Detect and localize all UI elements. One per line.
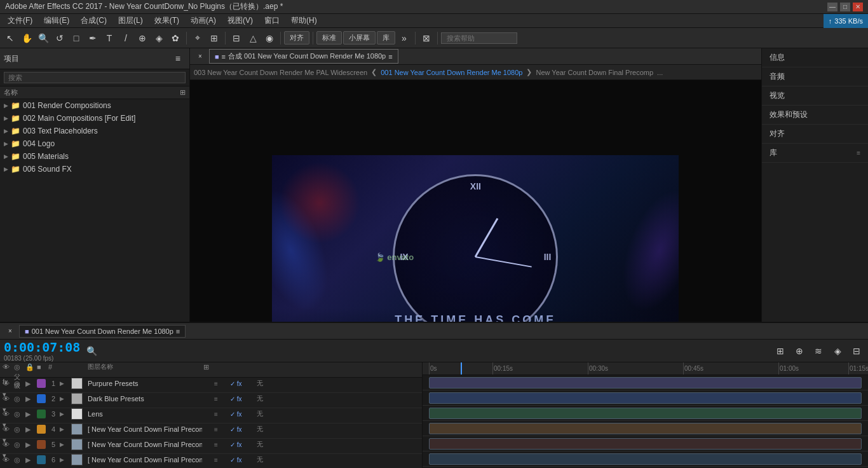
menu-animation[interactable]: 动画(A) bbox=[186, 14, 221, 27]
comp-tab-active[interactable]: ■ ≡ 合成 001 New Year Count Down Render Me… bbox=[209, 49, 398, 64]
layer-6-solo[interactable]: ◎ bbox=[14, 456, 24, 464]
layer-4-eye[interactable]: 👁 bbox=[3, 425, 13, 433]
tool-extra2[interactable]: ⊞ bbox=[207, 31, 222, 46]
project-menu-button[interactable]: ≡ bbox=[170, 51, 186, 66]
layer-row-6[interactable]: 👁 ◎ ▶ 6 ▶ [ New Year Count Down Final Pr… bbox=[0, 454, 422, 468]
tool-puppet[interactable]: ✿ bbox=[168, 31, 183, 46]
layer-4-expand-arrow[interactable]: ▶ bbox=[60, 426, 70, 432]
layer-3-eye[interactable]: 👁 bbox=[3, 410, 13, 418]
tool-select[interactable]: ↖ bbox=[3, 31, 18, 46]
panel-audio[interactable]: 音频 bbox=[762, 67, 868, 86]
folder-001[interactable]: ▶ 📁 001 Render Compositions bbox=[0, 99, 189, 112]
nav-left-arrow[interactable]: ❮ bbox=[371, 68, 377, 76]
search-input[interactable] bbox=[441, 32, 517, 44]
layer-row-2[interactable]: 👁 ◎ ▶ 2 ▶ Dark Blue Presets ≡ ✓ fx 无 ▾ bbox=[0, 393, 422, 408]
tool-rotate[interactable]: ↺ bbox=[52, 31, 67, 46]
layer-4-fx[interactable]: ✓ fx bbox=[230, 426, 255, 433]
layer-1-fx[interactable]: ✓ fx bbox=[230, 380, 255, 387]
menu-file[interactable]: 文件(F) bbox=[3, 14, 37, 27]
tl-tool-3[interactable]: ≋ bbox=[811, 343, 826, 359]
layer-1-expand[interactable]: ▶ bbox=[25, 380, 36, 388]
tl-tool-4[interactable]: ◈ bbox=[830, 343, 845, 359]
layer-3-switch[interactable]: ≡ bbox=[203, 411, 229, 418]
layer-3-expand-arrow[interactable]: ▶ bbox=[60, 411, 70, 417]
layer-6-fx[interactable]: ✓ fx bbox=[230, 457, 255, 464]
layer-2-expand-arrow[interactable]: ▶ bbox=[60, 396, 70, 402]
tool-3d[interactable]: △ bbox=[245, 31, 261, 46]
layer-3-solo[interactable]: ◎ bbox=[14, 410, 24, 418]
nav-more-label[interactable]: ... bbox=[657, 69, 663, 76]
folder-004[interactable]: ▶ 📁 004 Logo bbox=[0, 137, 189, 150]
tool-brush[interactable]: / bbox=[118, 31, 133, 46]
panel-effects[interactable]: 效果和预设 bbox=[762, 106, 868, 125]
layer-5-switch[interactable]: ≡ bbox=[203, 441, 229, 448]
layer-1-expand-arrow[interactable]: ▶ bbox=[60, 380, 70, 387]
layer-6-eye[interactable]: 👁 bbox=[3, 456, 13, 464]
align-label[interactable]: 对齐 bbox=[284, 31, 309, 45]
tool-extra[interactable]: ⌖ bbox=[190, 31, 205, 46]
small-label[interactable]: 小屏幕 bbox=[343, 31, 376, 45]
menu-window[interactable]: 窗口 bbox=[259, 14, 285, 27]
layer-5-eye[interactable]: 👁 bbox=[3, 441, 13, 448]
close-comp-tab[interactable]: × bbox=[193, 49, 208, 64]
layer-5-solo[interactable]: ◎ bbox=[14, 441, 24, 449]
nav-prev-label[interactable]: 003 New Year Count Down Render Me PAL Wi… bbox=[194, 69, 367, 76]
timeline-search-btn[interactable]: 🔍 bbox=[84, 343, 99, 359]
layer-6-expand[interactable]: ▶ bbox=[25, 456, 36, 464]
layer-2-solo[interactable]: ◎ bbox=[14, 395, 24, 403]
tool-zoom[interactable]: 🔍 bbox=[36, 31, 51, 46]
panel-info[interactable]: 信息 bbox=[762, 48, 868, 67]
layer-3-fx[interactable]: ✓ fx bbox=[230, 411, 255, 418]
layer-6-expand-arrow[interactable]: ▶ bbox=[60, 457, 70, 463]
timecode-display[interactable]: 0:00:07:08 bbox=[4, 340, 80, 355]
panel-library[interactable]: 库 ≡ bbox=[762, 144, 868, 163]
layer-row-4[interactable]: 👁 ◎ ▶ 4 ▶ [ New Year Count Down Final Pr… bbox=[0, 423, 422, 439]
track-bar-6[interactable] bbox=[429, 453, 862, 465]
menu-layer[interactable]: 图层(L) bbox=[113, 14, 148, 27]
playhead[interactable] bbox=[461, 362, 462, 375]
layer-1-solo[interactable]: ◎ bbox=[14, 380, 24, 388]
tool-text[interactable]: T bbox=[102, 31, 117, 46]
tl-tool-2[interactable]: ⊕ bbox=[792, 343, 807, 359]
tool-camera[interactable]: ◉ bbox=[262, 31, 277, 46]
menu-help[interactable]: 帮助(H) bbox=[286, 14, 322, 27]
close-timeline-tab[interactable]: × bbox=[3, 324, 18, 339]
layer-1-switch[interactable]: ≡ bbox=[203, 380, 229, 387]
track-bar-4[interactable] bbox=[429, 423, 862, 434]
nav-right-arrow[interactable]: ❯ bbox=[526, 68, 532, 76]
layer-4-expand[interactable]: ▶ bbox=[25, 425, 36, 434]
layer-5-expand-arrow[interactable]: ▶ bbox=[60, 441, 70, 448]
menu-view[interactable]: 视图(V) bbox=[222, 14, 258, 27]
track-bar-5[interactable] bbox=[429, 438, 862, 450]
folder-002[interactable]: ▶ 📁 002 Main Compositions [For Edit] bbox=[0, 112, 189, 125]
panel-preview[interactable]: 视览 bbox=[762, 86, 868, 106]
track-bar-3[interactable] bbox=[429, 408, 862, 419]
folder-006[interactable]: ▶ 📁 006 Sound FX bbox=[0, 163, 189, 176]
workspace-switch[interactable]: ⊠ bbox=[419, 31, 434, 46]
layer-row-3[interactable]: 👁 ◎ ▶ 3 ▶ Lens ≡ ✓ fx 无 ▾ bbox=[0, 408, 422, 423]
tool-snap[interactable]: ⊟ bbox=[229, 31, 244, 46]
maximize-button[interactable]: □ bbox=[840, 3, 850, 11]
timeline-tab-active[interactable]: ■ 001 New Year Count Down Render Me 1080… bbox=[19, 325, 186, 338]
tool-stamp[interactable]: ⊕ bbox=[135, 31, 150, 46]
tool-pen[interactable]: ✒ bbox=[85, 31, 100, 46]
panel-align[interactable]: 对齐 bbox=[762, 125, 868, 144]
layer-1-eye[interactable]: 👁 bbox=[3, 380, 13, 387]
library-label[interactable]: 库 bbox=[377, 31, 395, 45]
tool-eraser[interactable]: ◈ bbox=[151, 31, 166, 46]
tl-tool-5[interactable]: ⊟ bbox=[849, 343, 864, 359]
tool-shape[interactable]: □ bbox=[69, 31, 84, 46]
layer-6-switch[interactable]: ≡ bbox=[203, 457, 229, 464]
menu-edit[interactable]: 编辑(E) bbox=[39, 14, 74, 27]
expand-toolbar[interactable]: » bbox=[397, 31, 412, 46]
layer-2-switch[interactable]: ≡ bbox=[203, 396, 229, 403]
folder-003[interactable]: ▶ 📁 003 Text Placeholders bbox=[0, 125, 189, 137]
layer-2-expand[interactable]: ▶ bbox=[25, 395, 36, 403]
layer-row-5[interactable]: 👁 ◎ ▶ 5 ▶ [ New Year Count Down Final Pr… bbox=[0, 439, 422, 454]
layer-3-expand[interactable]: ▶ bbox=[25, 410, 36, 418]
layer-5-fx[interactable]: ✓ fx bbox=[230, 441, 255, 448]
layer-row-1[interactable]: 👁 ◎ ▶ 1 ▶ Purpure Presets ≡ ✓ fx 无 ▾ bbox=[0, 378, 422, 393]
layer-4-solo[interactable]: ◎ bbox=[14, 425, 24, 434]
menu-composition[interactable]: 合成(C) bbox=[76, 14, 112, 27]
close-button[interactable]: ✕ bbox=[853, 3, 863, 11]
